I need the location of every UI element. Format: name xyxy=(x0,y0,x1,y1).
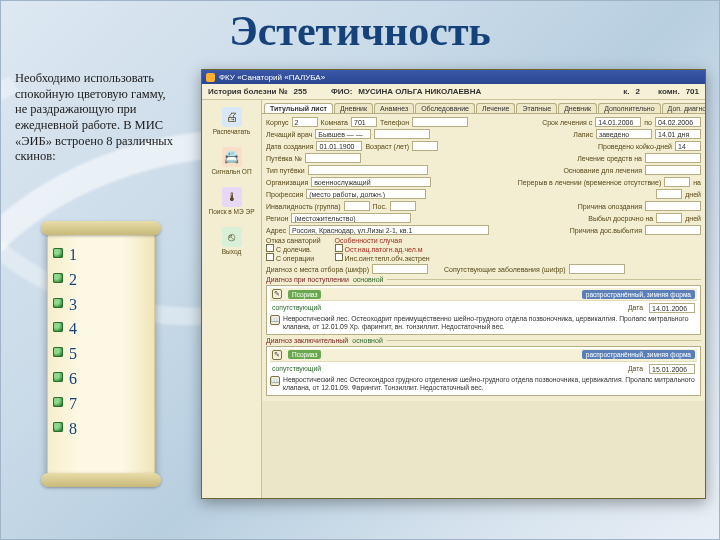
adres-input[interactable]: Россия, Краснодар, ул.Лизы 2-1, кв.1 xyxy=(289,225,489,235)
sidebar-print-button[interactable]: 🖨 Распечатать xyxy=(204,104,259,138)
diag2-tag: Псориаз xyxy=(288,350,321,359)
tab-diary[interactable]: Дневник xyxy=(334,103,373,113)
diag1-date-input[interactable]: 14.01.2006 xyxy=(649,303,695,313)
diag-post-value: основной xyxy=(353,276,384,283)
pereryv-na: на xyxy=(693,179,701,186)
tab-diary2[interactable]: Дневник xyxy=(558,103,597,113)
tab-exam[interactable]: Обследование xyxy=(415,103,475,113)
k-value: 2 xyxy=(636,87,640,96)
dosvyb-label: Причина дос.выбытия xyxy=(570,227,642,234)
list-item: 3 xyxy=(69,293,155,318)
org-label: Организация xyxy=(266,179,308,186)
vrach-input[interactable]: Бывшев — — xyxy=(315,129,371,139)
tab-stage[interactable]: Этапные xyxy=(516,103,557,113)
diag-mesta-input[interactable] xyxy=(372,264,428,274)
lechsred-input[interactable] xyxy=(645,153,701,163)
printer-icon: 🖨 xyxy=(222,107,242,127)
srok-to-input[interactable]: 04.02.2006 xyxy=(655,117,701,127)
diag2-date-label: Дата xyxy=(628,365,643,373)
srok-from-input[interactable]: 14.01.2006 xyxy=(595,117,641,127)
lapis-date-input[interactable]: 14.01 дня xyxy=(655,129,701,139)
putevka-input[interactable] xyxy=(305,153,361,163)
otkaz-check-2[interactable] xyxy=(266,253,274,261)
pos-label: Пос. xyxy=(373,203,387,210)
tip-input[interactable] xyxy=(308,165,428,175)
osob-check-1[interactable] xyxy=(335,244,343,252)
book-icon[interactable]: 📖 xyxy=(270,315,280,325)
diag2-sub: сопутствующий xyxy=(272,365,321,373)
book-icon[interactable]: 📖 xyxy=(270,376,280,386)
putevka-label: Путёвка № xyxy=(266,155,302,162)
fio-value: МУСИНА ОЛЬГА НИКОЛАЕВНА xyxy=(358,87,481,96)
korpus-input[interactable]: 2 xyxy=(292,117,318,127)
tab-title-page[interactable]: Титульный лист xyxy=(264,103,333,113)
sidebar-search-button[interactable]: 🌡 Поиск в МЭ ЭР xyxy=(204,184,259,218)
tab-extra[interactable]: Дополнительно xyxy=(598,103,660,113)
otkaz-header: Отказ санаторий xyxy=(266,237,321,244)
tab-bar: Титульный лист Дневник Анамнез Обследова… xyxy=(262,100,705,114)
otkaz-check-1[interactable] xyxy=(266,244,274,252)
history-no: 255 xyxy=(294,87,307,96)
inval-input[interactable] xyxy=(344,201,370,211)
list-item: 2 xyxy=(69,268,155,293)
korpus-label: Корпус xyxy=(266,119,289,126)
edit-icon[interactable]: ✎ xyxy=(272,289,282,299)
opozd-label: Причина опоздания xyxy=(578,203,642,210)
osob-item-2: Инс.синт.тепл.обч.экстрен xyxy=(345,255,430,262)
app-icon xyxy=(206,73,215,82)
soput-input[interactable] xyxy=(569,264,625,274)
dosvyb-input[interactable] xyxy=(645,225,701,235)
sidebar-exit-button[interactable]: ⎋ Выход xyxy=(204,224,259,258)
osn-label: Основание для лечения xyxy=(563,167,642,174)
prof-input[interactable]: (место работы, должн.) xyxy=(306,189,426,199)
list-item: 1 xyxy=(69,243,155,268)
create-input[interactable]: 01.01.1900 xyxy=(316,141,362,151)
age-label: Возраст (лет) xyxy=(365,143,409,150)
inval-label: Инвалидность (группа) xyxy=(266,203,341,210)
osob-item-1: Ост.нац.патогн.ад.чел.м xyxy=(345,246,423,253)
diag2-date-input[interactable]: 15.01.2006 xyxy=(649,364,695,374)
tab-extra-diag[interactable]: Доп. диагнозы xyxy=(662,103,705,113)
otkaz-item-1: С долечив. xyxy=(276,246,312,253)
list-item: 6 xyxy=(69,367,155,392)
opozd-input[interactable] xyxy=(645,201,701,211)
dney-label: дней xyxy=(685,191,701,198)
sidebar-signal-button[interactable]: 📇 Сигнальн ОП xyxy=(204,144,259,178)
dney-input[interactable] xyxy=(656,189,682,199)
edit-icon[interactable]: ✎ xyxy=(272,350,282,360)
komnata-input[interactable]: 701 xyxy=(351,117,377,127)
slide-title: Эстетичность xyxy=(1,1,719,57)
srok-label: Срок лечения с xyxy=(542,119,592,126)
tab-treatment[interactable]: Лечение xyxy=(476,103,515,113)
pos-input[interactable] xyxy=(390,201,416,211)
pereryv-label: Перерыв в лечении (временное отсутствие) xyxy=(518,179,661,186)
diag-zakl-value: основной xyxy=(352,337,383,344)
telefon-label: Телефон xyxy=(380,119,409,126)
telefon-input[interactable] xyxy=(412,117,468,127)
thermometer-icon: 🌡 xyxy=(222,187,242,207)
tab-anamnesis[interactable]: Анамнез xyxy=(374,103,414,113)
osob-check-2[interactable] xyxy=(335,253,343,261)
room-label: комн. xyxy=(658,87,680,96)
osn-input[interactable] xyxy=(645,165,701,175)
dosroch-input[interactable] xyxy=(656,213,682,223)
tip-label: Тип путёвки xyxy=(266,167,305,174)
diag-mesta-label: Диагноз с места отбора (шифр) xyxy=(266,266,369,273)
pereryv-input[interactable] xyxy=(664,177,690,187)
org-input[interactable]: военнослужащий xyxy=(311,177,431,187)
app-header: История болезни № 255 ФИО: МУСИНА ОЛЬГА … xyxy=(202,84,705,100)
diag1-date-label: Дата xyxy=(628,304,643,312)
vrach2-input[interactable] xyxy=(374,129,430,139)
lapis-input[interactable]: заведено xyxy=(596,129,652,139)
main-area: Титульный лист Дневник Анамнез Обследова… xyxy=(262,100,705,498)
region-input[interactable]: (местожительство) xyxy=(291,213,411,223)
koiko-input[interactable]: 14 xyxy=(675,141,701,151)
age-input[interactable] xyxy=(412,141,438,151)
card-icon: 📇 xyxy=(222,147,242,167)
koiko-label: Проведено койко-дней xyxy=(598,143,672,150)
exit-icon: ⎋ xyxy=(222,227,242,247)
diag1-text: Невростический лес. Остеоходрит преимуще… xyxy=(283,315,697,332)
komnata-label: Комната xyxy=(321,119,348,126)
sidebar-item-label: Выход xyxy=(222,248,241,255)
sidebar-item-label: Распечатать xyxy=(213,128,251,135)
